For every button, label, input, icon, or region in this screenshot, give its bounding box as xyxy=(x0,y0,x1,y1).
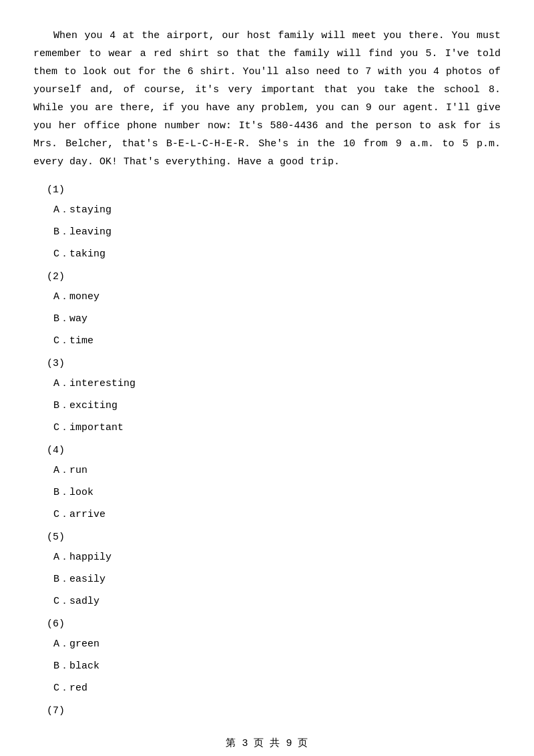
question-6-option-2: B．black xyxy=(53,657,501,675)
question-6-option-3: C．red xyxy=(53,679,501,697)
question-4-option-3: C．arrive xyxy=(53,506,501,524)
question-3-option-2: B．exciting xyxy=(53,397,501,415)
question-1-option-1: A．staying xyxy=(53,201,501,219)
question-3-option-3: C．important xyxy=(53,419,501,437)
question-number-7: (7) xyxy=(47,705,501,717)
question-number-5: (5) xyxy=(47,532,501,543)
question-5-option-1: A．happily xyxy=(53,548,501,566)
page-footer: 第 3 页 共 9 页 xyxy=(33,737,501,749)
question-number-6: (6) xyxy=(47,618,501,630)
question-number-3: (3) xyxy=(47,358,501,369)
question-4-option-1: A．run xyxy=(53,461,501,480)
question-1-option-3: C．taking xyxy=(53,245,501,263)
question-5-option-3: C．sadly xyxy=(53,592,501,610)
question-2-option-2: B．way xyxy=(53,310,501,328)
question-3-option-1: A．interesting xyxy=(53,375,501,393)
question-number-1: (1) xyxy=(47,184,501,196)
question-4-option-2: B．look xyxy=(53,484,501,502)
question-number-4: (4) xyxy=(47,445,501,456)
question-1-option-2: B．leaving xyxy=(53,223,501,241)
question-2-option-1: A．money xyxy=(53,288,501,306)
question-2-option-3: C．time xyxy=(53,332,501,350)
question-number-2: (2) xyxy=(47,271,501,282)
passage-text: When you 4 at the airport, our host fami… xyxy=(33,27,501,171)
question-6-option-1: A．green xyxy=(53,635,501,653)
questions-container: (1)A．stayingB．leavingC．taking(2)A．moneyB… xyxy=(33,184,501,717)
question-5-option-2: B．easily xyxy=(53,570,501,588)
